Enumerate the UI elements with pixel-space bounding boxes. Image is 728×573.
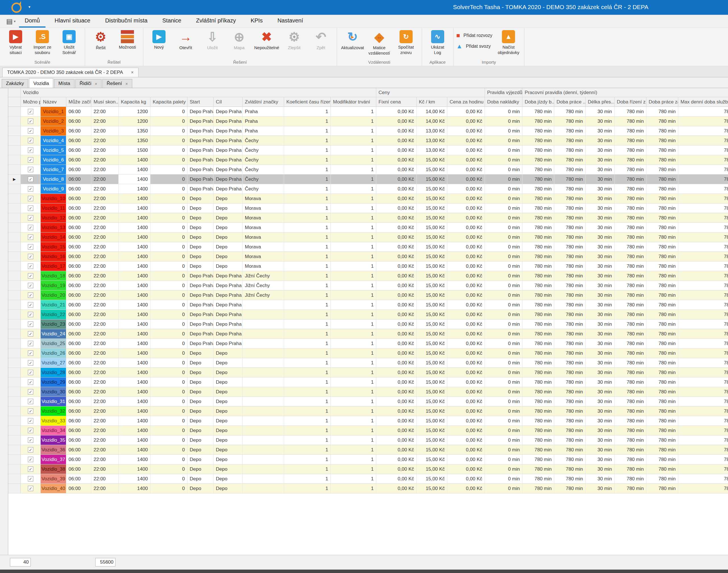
checkbox[interactable]: ✓ [28, 331, 33, 336]
checkbox[interactable]: ✓ [28, 244, 33, 250]
cell-musi[interactable]: 22:00 [91, 232, 118, 242]
cell-kckm[interactable]: 15,00 Kč [417, 310, 447, 319]
cell-kg[interactable]: 1400 [118, 165, 150, 174]
cell-fixni[interactable]: 0,00 Kč [376, 155, 417, 165]
cell-max_denni[interactable]: 780 min [678, 368, 728, 377]
cell-kckm[interactable]: 14,00 Kč [417, 107, 447, 116]
cell-muze[interactable]: 06:00 [66, 291, 91, 300]
cell-koef[interactable]: 1 [284, 445, 331, 455]
cell-kg[interactable]: 1350 [118, 126, 150, 136]
cell-koef[interactable]: 1 [284, 455, 331, 464]
cell-doba_prace[interactable]: 780 min [554, 242, 586, 252]
cell-doba_rizeni[interactable]: 780 min [615, 242, 646, 252]
cell-musi[interactable]: 22:00 [91, 281, 118, 291]
column-header-kg[interactable]: Kapacita kg [118, 97, 150, 107]
cell-palety[interactable]: 0 [150, 368, 187, 377]
cell-palety[interactable]: 0 [150, 194, 187, 204]
cell-delka_pres[interactable]: 30 min [586, 281, 615, 291]
button-e-it[interactable]: ⚙Řešit [87, 29, 114, 51]
column-header-modif[interactable]: Modifikátor trvání [331, 97, 376, 107]
cell-nazev[interactable]: Vozidlo_9 [41, 184, 66, 194]
cell-cil[interactable]: Depo [213, 358, 243, 368]
checkbox[interactable]: ✓ [28, 206, 33, 211]
cell-doba_nakl[interactable]: 0 min [485, 358, 522, 368]
cell-doba_prace[interactable]: 780 min [554, 281, 586, 291]
cell-modif[interactable]: 1 [331, 252, 376, 261]
cell-max_denni[interactable]: 780 min [678, 136, 728, 146]
cell-doba_rizeni[interactable]: 780 min [615, 271, 646, 281]
cell-cil[interactable]: Depo [213, 397, 243, 407]
cell-znacky[interactable] [243, 484, 284, 493]
cell-palety[interactable]: 0 [150, 358, 187, 368]
cell-doba_nakl[interactable]: 0 min [485, 407, 522, 416]
button-spo-tat-znovu[interactable]: ↻Spočítat znovu [393, 29, 420, 55]
cell-cena_hod[interactable]: 0,00 Kč [447, 116, 485, 126]
cell-doba_prace[interactable]: 780 min [554, 261, 586, 271]
cell-koef[interactable]: 1 [284, 368, 331, 377]
cell-nazev[interactable]: Vozidlo_12 [41, 213, 66, 223]
cell-doba_rizeni[interactable]: 780 min [615, 291, 646, 300]
cell-doba_prace[interactable]: 780 min [554, 339, 586, 349]
cell-doba_nakl[interactable]: 0 min [485, 116, 522, 126]
cell-doba_prace[interactable]: 780 min [554, 155, 586, 165]
button-uk-zat-log[interactable]: ∿Ukázat Log [424, 29, 451, 55]
cell-kckm[interactable]: 14,00 Kč [417, 116, 447, 126]
column-header-doba_nakl[interactable]: Doba nakládky [485, 97, 522, 107]
cell-nazev[interactable]: Vozidlo_3 [41, 126, 66, 136]
cell-doba_rizeni[interactable]: 780 min [615, 136, 646, 146]
cell-max_denni[interactable]: 780 min [678, 204, 728, 213]
cell-modif[interactable]: 1 [331, 146, 376, 155]
checkbox[interactable]: ✓ [28, 196, 33, 201]
cell-cena_hod[interactable]: 0,00 Kč [447, 252, 485, 261]
cell-musi[interactable]: 22:00 [91, 435, 118, 445]
cell-start[interactable]: Depo [187, 232, 213, 242]
cell-doba_prace_za[interactable]: 780 min [646, 165, 678, 174]
cell-doba_prace_za[interactable]: 780 min [646, 445, 678, 455]
cell-musi[interactable]: 22:00 [91, 474, 118, 484]
cell-kg[interactable]: 1400 [118, 155, 150, 165]
button-nov[interactable]: ▶Nový [146, 29, 172, 50]
cell-znacky[interactable]: Morava [243, 242, 284, 252]
cell-doba_rizeni[interactable]: 780 min [615, 397, 646, 407]
cell-koef[interactable]: 1 [284, 407, 331, 416]
cell-doba_nakl[interactable]: 0 min [485, 435, 522, 445]
cell-kckm[interactable]: 15,00 Kč [417, 184, 447, 194]
cell-muze[interactable]: 06:00 [66, 146, 91, 155]
cell-palety[interactable]: 0 [150, 252, 187, 261]
cell-start[interactable]: Depo Praha [187, 146, 213, 155]
cell-palety[interactable]: 0 [150, 416, 187, 426]
button-import-ze-souboru[interactable]: .SImport ze souboru [29, 29, 56, 55]
cell-delka_pres[interactable]: 30 min [586, 455, 615, 464]
cell-cil[interactable]: Depo [213, 435, 243, 445]
cell-znacky[interactable]: Čechy [243, 165, 284, 174]
cell-nazev[interactable]: Vozidlo_18 [41, 271, 66, 281]
cell-start[interactable]: Depo Praha [187, 184, 213, 194]
cell-cena_hod[interactable]: 0,00 Kč [447, 397, 485, 407]
cell-doba_nakl[interactable]: 0 min [485, 252, 522, 261]
cell-doba_prace[interactable]: 780 min [554, 329, 586, 339]
cell-kckm[interactable]: 15,00 Kč [417, 223, 447, 232]
cell-nazev[interactable]: Vozidlo_26 [41, 349, 66, 358]
button-mapa[interactable]: ⊕Mapa [226, 29, 252, 51]
cell-muze[interactable]: 06:00 [66, 407, 91, 416]
cell-znacky[interactable] [243, 387, 284, 397]
cell-doba_rizeni[interactable]: 780 min [615, 329, 646, 339]
cell-start[interactable]: Depo [187, 416, 213, 426]
cell-doba_rizeni[interactable]: 780 min [615, 261, 646, 271]
cell-koef[interactable]: 1 [284, 377, 331, 387]
cell-musi[interactable]: 22:00 [91, 416, 118, 426]
cell-modif[interactable]: 1 [331, 329, 376, 339]
cell-kg[interactable]: 1400 [118, 204, 150, 213]
column-header-musi[interactable]: Musí skon... [91, 97, 118, 107]
cell-max_denni[interactable]: 780 min [678, 194, 728, 204]
app-menu-caret-icon[interactable]: ▾ [29, 5, 31, 9]
cell-delka_pres[interactable]: 30 min [586, 300, 615, 310]
checkbox[interactable]: ✓ [28, 148, 33, 153]
cell-koef[interactable]: 1 [284, 252, 331, 261]
cell-znacky[interactable] [243, 397, 284, 407]
cell-cil[interactable]: Depo [213, 426, 243, 435]
cell-kg[interactable]: 1400 [118, 261, 150, 271]
cell-modif[interactable]: 1 [331, 174, 376, 184]
cell-znacky[interactable] [243, 310, 284, 319]
cell-znacky[interactable] [243, 426, 284, 435]
